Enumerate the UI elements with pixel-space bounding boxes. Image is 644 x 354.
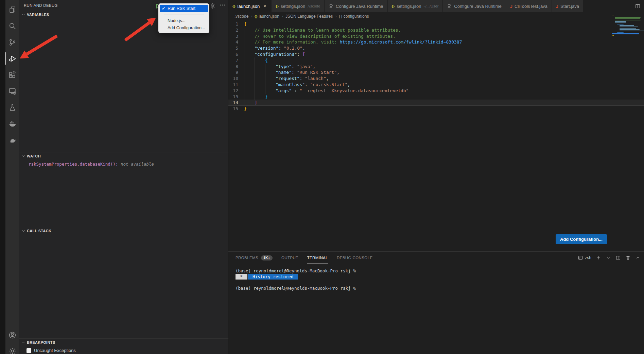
panel-actions: zsh (578, 252, 641, 264)
tab-configure-java-runtime[interactable]: Configure Java Runtime (325, 0, 387, 12)
line-number: 1 (228, 21, 244, 27)
check-icon: ✓ (162, 6, 168, 11)
breadcrumb-separator: › (335, 14, 336, 19)
source-control-icon[interactable] (5, 35, 19, 50)
indent-guide (255, 64, 265, 70)
panel-tab-problems[interactable]: PROBLEMS1K+ (236, 252, 273, 264)
search-icon[interactable] (5, 18, 19, 33)
minimap-line (620, 28, 636, 29)
editor-tab-bar: {}launch.json×{}settings.json.vscodeConf… (228, 0, 644, 12)
tab-launch-json[interactable]: {}launch.json× (228, 0, 272, 12)
section-header[interactable]: CALL STACK (19, 227, 228, 234)
line-number: 15 (228, 106, 244, 112)
shell-label: zsh (585, 255, 591, 260)
breadcrumb-item[interactable]: {}launch.json (255, 14, 279, 19)
tab-settings-json[interactable]: {}settings.json.vscode (272, 0, 325, 12)
uncaught-exceptions-checkbox[interactable] (27, 348, 31, 353)
code-line: 2// Use IntelliSense to learn about poss… (228, 27, 644, 33)
testing-icon[interactable] (5, 100, 19, 115)
watch-value: not available (121, 162, 154, 167)
code-token: "args" (276, 88, 292, 94)
kill-terminal-icon[interactable] (625, 255, 631, 260)
indent-guide (265, 69, 276, 75)
tab-start-java[interactable]: JStart.java (552, 0, 584, 12)
docker-icon[interactable] (5, 116, 19, 131)
code-token: , (347, 82, 350, 88)
editor-group: {}launch.json×{}settings.json.vscodeConf… (228, 0, 644, 354)
shell-selector[interactable]: zsh (578, 255, 591, 260)
code-token: : (297, 51, 302, 57)
code-line: 6"configurations": [ (228, 51, 644, 57)
indent-guide (265, 82, 276, 88)
watch-expression-row[interactable]: rskSystemProperties.databaseKind(): not … (19, 159, 228, 167)
minimap-line (617, 32, 624, 33)
code-token: } (265, 94, 268, 100)
minimap-line (620, 25, 634, 26)
line-number: 12 (228, 88, 244, 94)
code-token: : (299, 75, 305, 82)
tab-label: Configure Java Runtime (454, 4, 501, 9)
menu-item-label: Node.js... (168, 18, 186, 23)
tab-settings-json[interactable]: {}settings.json~/.../User (388, 0, 443, 12)
code-token: : (292, 88, 299, 94)
line-number: 7 (228, 57, 244, 64)
minimap-line (620, 29, 640, 30)
add-configuration-button[interactable]: Add Configuration... (556, 234, 607, 244)
section-watch: WATCHrskSystemProperties.databaseKind():… (19, 152, 228, 167)
split-editor-icon[interactable] (635, 3, 641, 9)
settings-icon[interactable] (5, 343, 19, 354)
panel-tab-terminal[interactable]: TERMINAL (307, 252, 328, 264)
breakpoint-row[interactable]: Uncaught Exceptions (19, 346, 228, 353)
code-editor[interactable]: 1{2// Use IntelliSense to learn about po… (228, 21, 644, 112)
breadcrumb: .vscode›{}launch.json›JSON Language Feat… (234, 13, 369, 20)
minimap-line (615, 17, 641, 18)
section-label: CALL STACK (27, 229, 51, 233)
code-line: 5"version": "0.2.0", (228, 45, 644, 51)
code-token: "name" (276, 69, 292, 75)
minimap-line (615, 21, 626, 22)
terminal-line: (base) reynoldmorel@Reynolds-MacBook-Pro… (236, 268, 356, 274)
tab-clitoolstest-java[interactable]: JCliToolsTest.java (506, 0, 552, 12)
line-number: 14 (228, 100, 244, 106)
indent-guide (244, 82, 255, 88)
launch-profile-chevron-icon[interactable] (606, 255, 611, 260)
breadcrumb-label: .vscode (234, 14, 248, 19)
split-terminal-icon[interactable] (615, 255, 621, 260)
maximize-panel-icon[interactable] (635, 255, 641, 260)
account-icon[interactable] (5, 327, 19, 342)
indent-guide (244, 57, 255, 64)
section-header[interactable]: BREAKPOINTS (19, 338, 228, 346)
run-and-debug-icon[interactable] (5, 51, 19, 66)
remote-explorer-icon[interactable] (5, 84, 19, 99)
tab-close-icon[interactable]: × (262, 3, 267, 9)
menu-item-node-js[interactable]: Node.js... (160, 17, 208, 24)
json-file-icon: {} (276, 4, 279, 8)
section-breakpoints: BREAKPOINTSUncaught Exceptions (19, 338, 228, 353)
panel-tab-debug-console[interactable]: DEBUG CONSOLE (337, 252, 373, 264)
extensions-icon[interactable] (5, 67, 19, 82)
code-token: , (313, 64, 316, 70)
breadcrumb-item[interactable]: .vscode (234, 14, 248, 19)
code-token: "configurations" (255, 51, 297, 57)
tab-configure-java-runtime[interactable]: Configure Java Runtime (443, 0, 506, 12)
more-actions-icon[interactable]: ⋯ (220, 1, 226, 9)
minimap-line (620, 31, 644, 31)
gear-icon[interactable] (209, 3, 216, 10)
code-token: ] (255, 100, 257, 106)
explorer-icon[interactable] (5, 2, 19, 17)
menu-item-add-configuration[interactable]: Add Configuration... (160, 24, 208, 32)
terminal-output[interactable]: (base) reynoldmorel@Reynolds-MacBook-Pro… (236, 268, 356, 291)
new-terminal-icon[interactable] (596, 255, 601, 260)
indent-guide (244, 64, 255, 70)
code-line: 12"args" : "--regtest -Xkeyvalue.datasou… (228, 88, 644, 94)
section-header[interactable]: WATCH (19, 152, 228, 159)
breadcrumb-item[interactable]: [ ]configurations (339, 14, 369, 19)
gradle-icon[interactable] (5, 133, 19, 148)
menu-item-run-rsk-start[interactable]: ✓Run RSK Start (160, 5, 208, 12)
breadcrumb-item[interactable]: JSON Language Features (285, 14, 333, 19)
code-token: // Use IntelliSense to learn about possi… (255, 27, 401, 33)
line-number: 3 (228, 33, 244, 39)
minimap[interactable] (612, 16, 639, 36)
panel-tab-output[interactable]: OUTPUT (281, 252, 298, 264)
breadcrumb-separator: › (282, 14, 283, 19)
